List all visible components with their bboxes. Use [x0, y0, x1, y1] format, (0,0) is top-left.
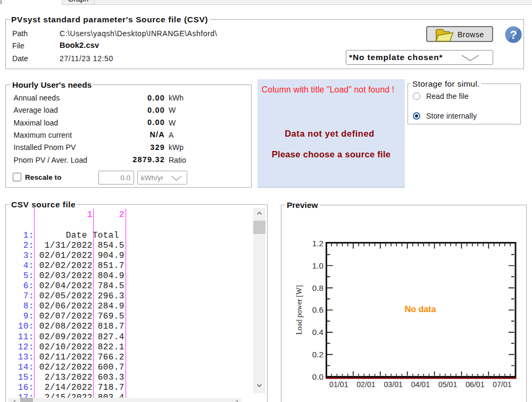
svg-text:No data: No data [405, 305, 436, 314]
svg-text:07/01: 07/01 [493, 380, 512, 389]
svg-text:0.0: 0.0 [312, 372, 323, 381]
svg-text:1.2: 1.2 [312, 239, 323, 248]
svg-text:0.4: 0.4 [312, 328, 324, 337]
svg-text:03/01: 03/01 [384, 380, 403, 389]
svg-text:06/01: 06/01 [466, 380, 485, 389]
svg-text:1.0: 1.0 [312, 261, 323, 270]
svg-text:0.6: 0.6 [312, 305, 323, 314]
svg-text:?: ? [510, 28, 517, 41]
svg-text:01/01: 01/01 [329, 380, 348, 389]
svg-text:04/01: 04/01 [411, 380, 430, 389]
svg-text:05/01: 05/01 [438, 380, 458, 389]
svg-text:0.8: 0.8 [312, 283, 323, 292]
svg-text:Load power [W]: Load power [W] [295, 285, 303, 334]
svg-text:0.2: 0.2 [312, 350, 323, 359]
svg-text:02/01: 02/01 [356, 380, 376, 389]
